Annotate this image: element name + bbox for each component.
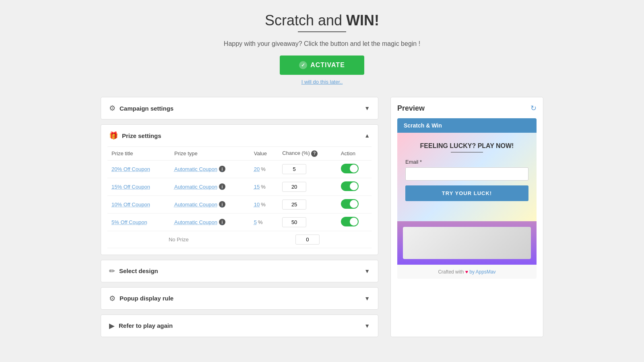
subtitle: Happy with your giveaway? Click the butt… [224,40,420,47]
scratch-area [403,227,531,259]
chevron-down-icon-popup: ▼ [364,295,370,302]
chevron-up-icon: ▲ [364,132,370,139]
prize-settings-header[interactable]: 🎁 Prize settings ▲ [101,125,378,146]
preview-widget-body: FEELING LUCKY? PLAY NOW! Email * TRY YOU… [397,133,537,221]
campaign-settings-title: Campaign settings [120,105,173,112]
select-design-section: ✏ Select design ▼ [101,260,378,282]
value-cell-20: 20 % [254,166,274,172]
email-input[interactable] [405,167,528,181]
page-title: Scratch and WIN! [265,12,379,29]
preview-widget-header: Scratch & Win [397,118,537,133]
title-underline [298,31,346,32]
select-design-icon: ✏ [109,267,115,276]
email-label: Email * [405,159,528,165]
value-unit-15: % [261,184,266,190]
chance-input-10[interactable] [282,200,306,210]
refer-to-play-header[interactable]: ▶ Refer to play again ▼ [101,315,378,337]
prize-title-15[interactable]: 15% Off Coupon [111,184,150,190]
table-row-no-prize: No Prize [107,231,372,248]
table-row: 15% Off Coupon Automatic Coupon i [107,178,372,195]
type-info-icon-5[interactable]: i [219,219,225,225]
toggle-15[interactable] [341,181,359,191]
table-row: 20% Off Coupon Automatic Coupon i [107,160,372,178]
activate-button[interactable]: ✓ ACTIVATE [280,56,364,75]
select-design-title: Select design [119,267,158,274]
try-your-luck-button[interactable]: TRY YOUR LUCK! [405,185,528,201]
col-value: Value [250,147,278,160]
prize-table: Prize title Prize type Value Chance (%) … [107,147,372,248]
section-header-left-prize: 🎁 Prize settings [109,131,161,140]
preview-header: Preview ↻ [397,104,537,113]
left-panel: ⚙ Campaign settings ▼ 🎁 Prize settings ▲ [101,97,378,337]
heart-icon: ♥ [465,269,468,275]
prize-type-5[interactable]: Automatic Coupon i [174,219,246,225]
prize-type-10[interactable]: Automatic Coupon i [174,201,246,208]
preview-widget: Scratch & Win FEELING LUCKY? PLAY NOW! E… [397,118,537,279]
prize-title-10[interactable]: 10% Off Coupon [111,202,150,208]
campaign-settings-icon: ⚙ [109,104,116,113]
col-chance: Chance (%) ? [278,147,337,160]
refer-to-play-section: ▶ Refer to play again ▼ [101,315,378,337]
type-info-icon-15[interactable]: i [219,183,225,190]
chance-input-no-prize[interactable] [295,234,320,245]
chance-input-20[interactable] [282,164,306,174]
campaign-settings-section: ⚙ Campaign settings ▼ [101,97,378,119]
refresh-icon[interactable]: ↻ [530,104,537,113]
chevron-down-icon: ▼ [364,105,370,111]
chevron-down-icon-design: ▼ [364,268,370,274]
value-cell-10: 10 % [254,202,274,208]
value-15[interactable]: 15 [254,184,260,190]
section-header-left: ⚙ Campaign settings [109,104,173,113]
value-20[interactable]: 20 [254,166,260,172]
toggle-5[interactable] [341,217,359,226]
no-prize-label: No Prize [107,231,250,248]
prize-settings-icon: 🎁 [109,131,118,140]
campaign-settings-header[interactable]: ⚙ Campaign settings ▼ [101,97,378,119]
value-unit-5: % [258,219,263,225]
main-content: ⚙ Campaign settings ▼ 🎁 Prize settings ▲ [101,97,543,337]
col-prize-title: Prize title [107,147,170,160]
prize-title-5[interactable]: 5% Off Coupon [111,219,147,225]
type-info-icon[interactable]: i [219,166,225,172]
col-prize-type: Prize type [170,147,250,160]
col-action: Action [337,147,372,160]
widget-heading: FEELING LUCKY? PLAY NOW! [405,142,528,150]
value-cell-5: 5 % [254,219,274,225]
later-link[interactable]: I will do this later.. [301,79,343,85]
refer-to-play-icon: ▶ [109,321,115,330]
section-header-left-design: ✏ Select design [109,267,158,276]
value-cell-15: 15 % [254,184,274,190]
popup-display-title: Popup display rule [120,295,173,302]
value-5[interactable]: 5 [254,219,257,225]
value-10[interactable]: 10 [254,202,260,208]
chance-info-icon[interactable]: ? [311,150,318,157]
page: Scratch and WIN! Happy with your giveawa… [0,0,644,362]
prize-settings-title: Prize settings [122,132,161,139]
section-header-left-popup: ⚙ Popup display rule [109,294,173,303]
chevron-down-icon-refer: ▼ [364,323,370,329]
preview-widget-footer [397,221,537,265]
prize-type-20[interactable]: Automatic Coupon i [174,166,246,172]
crafted-by: by AppsMav [469,269,495,275]
widget-underline [451,152,483,152]
preview-panel: Preview ↻ Scratch & Win FEELING LUCKY? P… [390,97,543,337]
value-unit-20: % [261,166,266,172]
crafted-text: Crafted with [438,269,464,275]
chance-input-15[interactable] [282,182,306,192]
prize-type-15[interactable]: Automatic Coupon i [174,183,246,190]
select-design-header[interactable]: ✏ Select design ▼ [101,260,378,282]
crafted-footer: Crafted with ♥ by AppsMav [397,265,537,279]
section-header-left-refer: ▶ Refer to play again [109,321,173,330]
toggle-20[interactable] [341,164,359,173]
value-unit-10: % [261,202,266,208]
check-icon: ✓ [299,61,307,69]
chance-input-5[interactable] [282,217,306,227]
table-row: 10% Off Coupon Automatic Coupon i [107,195,372,213]
type-info-icon-10[interactable]: i [219,201,225,208]
popup-display-section: ⚙ Popup display rule ▼ [101,287,378,310]
prize-settings-section: 🎁 Prize settings ▲ Prize title Prize typ… [101,124,378,255]
popup-display-header[interactable]: ⚙ Popup display rule ▼ [101,288,378,309]
popup-display-icon: ⚙ [109,294,116,303]
prize-title-20[interactable]: 20% Off Coupon [111,166,150,172]
toggle-10[interactable] [341,199,359,209]
